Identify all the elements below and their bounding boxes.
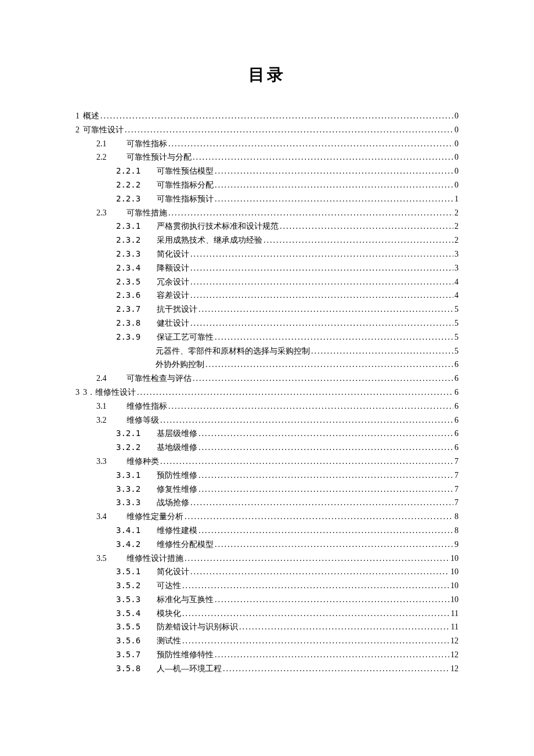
toc-entry[interactable]: 2.2.1可靠性预估模型0 — [75, 164, 459, 178]
toc-entry[interactable]: 3.2.1基层级维修6 — [75, 427, 459, 441]
toc-entry-page: 0 — [454, 178, 459, 192]
toc-entry[interactable]: 2.1可靠性指标0 — [75, 137, 459, 151]
toc-entry[interactable]: 2.3.7抗干扰设计5 — [75, 303, 459, 316]
toc-entry-page: 2 — [454, 219, 459, 233]
toc-entry-label: 维修性设计措施 — [127, 552, 183, 566]
toc-entry[interactable]: 3.4维修性定量分析8 — [75, 510, 459, 524]
toc-leader — [199, 469, 453, 483]
toc-entry[interactable]: 3.3维修种类7 — [75, 455, 459, 469]
page: 目录 1概述02可靠性设计02.1可靠性指标02.2可靠性预计与分配02.2.1… — [0, 0, 534, 756]
toc-entry-number: 2.4 — [96, 372, 127, 386]
toc-entry[interactable]: 3.5.3标准化与互换性10 — [75, 593, 459, 607]
toc-entry-label: 可靠性设计 — [83, 123, 124, 137]
toc-entry-number: 3 — [75, 386, 83, 399]
toc-leader — [190, 275, 453, 289]
toc-entry[interactable]: 3.5.5防差错设计与识别标识11 — [75, 620, 459, 634]
toc-entry-label: 维修种类 — [127, 455, 159, 469]
toc-entry[interactable]: 2.3.3简化设计3 — [75, 247, 459, 261]
toc-entry[interactable]: 2.3可靠性措施2 — [75, 206, 459, 220]
toc-entry-label: 严格贯彻执行技术标准和设计规范 — [157, 219, 279, 233]
toc-entry-number: 1 — [75, 109, 83, 123]
toc-entry[interactable]: 3.4.1维修性建模8 — [75, 524, 459, 538]
toc-entry[interactable]: 3.5.2可达性10 — [75, 579, 459, 593]
toc-leader — [168, 137, 453, 151]
toc-entry-label: 元器件、零部件和原材料的选择与采购控制 — [156, 344, 310, 358]
toc-entry-page: 8 — [454, 510, 459, 524]
toc-leader — [190, 565, 449, 579]
toc-entry[interactable]: 3.5.8人—机—环境工程12 — [75, 662, 459, 676]
toc-leader — [182, 579, 449, 593]
toc-entry-label: 标准化与互换性 — [157, 593, 214, 607]
toc-leader — [215, 178, 453, 192]
toc-entry[interactable]: 2.3.9保证工艺可靠性5 — [75, 330, 459, 344]
toc-entry[interactable]: 2.2.3可靠性指标预计1 — [75, 192, 459, 206]
toc-entry[interactable]: 2.2可靠性预计与分配0 — [75, 150, 459, 164]
toc-entry-page: 6 — [454, 427, 459, 441]
toc-entry-label: 可靠性检查与评估 — [127, 372, 192, 386]
toc-entry[interactable]: 3.5.7预防性维修特性12 — [75, 648, 459, 662]
toc-entry-number: 2.3.4 — [116, 261, 157, 275]
toc-entry-page: 10 — [450, 565, 459, 579]
toc-entry[interactable]: 外协外购控制6 — [75, 358, 459, 372]
toc-entry-number: 3.5.3 — [116, 593, 157, 607]
toc-entry[interactable]: 2.3.6容差设计4 — [75, 289, 459, 303]
toc-entry-page: 11 — [451, 607, 459, 621]
toc-entry[interactable]: 3.3.1预防性维修7 — [75, 469, 459, 483]
toc-entry[interactable]: 元器件、零部件和原材料的选择与采购控制5 — [75, 344, 459, 358]
toc-entry[interactable]: 2.3.1严格贯彻执行技术标准和设计规范2 — [75, 219, 459, 233]
toc-entry-page: 5 — [454, 303, 459, 316]
toc-list: 1概述02可靠性设计02.1可靠性指标02.2可靠性预计与分配02.2.1可靠性… — [75, 109, 459, 676]
toc-entry[interactable]: 3.3.3战场抢修7 — [75, 496, 459, 510]
toc-entry-page: 6 — [454, 386, 459, 399]
toc-entry-label: 可靠性指标 — [127, 137, 167, 151]
toc-leader — [215, 538, 453, 552]
toc-entry[interactable]: 3.5.4模块化11 — [75, 607, 459, 621]
toc-entry-number: 2.3.5 — [116, 275, 157, 289]
toc-leader — [193, 372, 453, 386]
toc-leader — [239, 620, 450, 634]
toc-entry-number: 3.1 — [96, 399, 127, 413]
toc-entry[interactable]: 2.3.5冗余设计4 — [75, 275, 459, 289]
toc-leader — [125, 123, 453, 137]
toc-entry[interactable]: 3.3.2修复性维修7 — [75, 483, 459, 496]
toc-entry-page: 5 — [454, 316, 459, 330]
toc-leader — [190, 261, 453, 275]
toc-leader — [199, 483, 453, 496]
toc-entry-number: 3.3.1 — [116, 469, 157, 483]
toc-entry[interactable]: 3.1维修性指标6 — [75, 399, 459, 413]
toc-leader — [137, 386, 453, 399]
toc-entry[interactable]: 3.5.6测试性12 — [75, 634, 459, 648]
toc-entry-number: 3.5.2 — [116, 579, 157, 593]
toc-entry-label: 可达性 — [157, 579, 181, 593]
toc-entry[interactable]: 3.4.2维修性分配模型9 — [75, 538, 459, 552]
toc-entry-page: 0 — [454, 164, 459, 178]
toc-leader — [215, 593, 449, 607]
toc-entry-page: 7 — [454, 483, 459, 496]
toc-entry-page: 0 — [454, 137, 459, 151]
toc-entry-number: 3.5 — [96, 552, 127, 566]
toc-leader — [190, 316, 453, 330]
toc-leader — [199, 524, 453, 538]
toc-entry[interactable]: 33．维修性设计6 — [75, 386, 459, 399]
toc-entry[interactable]: 2.3.2采用成熟技术、继承成功经验2 — [75, 233, 459, 247]
toc-entry-label: 修复性维修 — [157, 483, 197, 496]
toc-entry[interactable]: 3.5.1简化设计10 — [75, 565, 459, 579]
toc-entry-page: 2 — [454, 206, 459, 220]
toc-entry[interactable]: 3.5维修性设计措施10 — [75, 552, 459, 566]
toc-entry-number: 2.2.2 — [116, 178, 157, 192]
toc-entry-number: 2.3.7 — [116, 303, 157, 316]
toc-entry[interactable]: 2.2.2可靠性指标分配0 — [75, 178, 459, 192]
toc-entry-page: 0 — [454, 109, 459, 123]
toc-entry[interactable]: 2可靠性设计0 — [75, 123, 459, 137]
toc-entry[interactable]: 3.2维修等级6 — [75, 413, 459, 427]
toc-entry[interactable]: 2.4可靠性检查与评估6 — [75, 372, 459, 386]
toc-entry-label: 抗干扰设计 — [157, 303, 197, 316]
toc-entry[interactable]: 3.2.2基地级维修6 — [75, 441, 459, 455]
toc-entry[interactable]: 1概述0 — [75, 109, 459, 123]
toc-entry-label: 维修性分配模型 — [157, 538, 214, 552]
toc-entry[interactable]: 2.3.8健壮设计5 — [75, 316, 459, 330]
toc-entry-label: 基层级维修 — [157, 427, 197, 441]
toc-leader — [215, 648, 449, 662]
toc-entry-page: 12 — [450, 662, 459, 676]
toc-entry[interactable]: 2.3.4降额设计3 — [75, 261, 459, 275]
